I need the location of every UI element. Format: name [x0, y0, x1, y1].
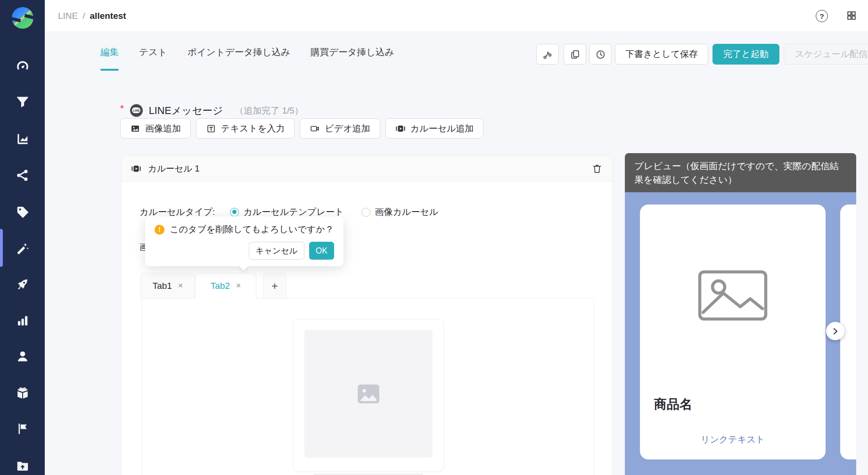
message-add-buttons: 画像追加 テキストを入力 ビデオ追加 カルーセル追加 — [120, 118, 483, 139]
folder-upload-icon — [16, 459, 30, 473]
open-box-icon — [16, 386, 30, 401]
breadcrumb: LINE / allentest — [58, 0, 126, 32]
tab-close-icon[interactable]: × — [178, 281, 183, 291]
copy-icon — [570, 49, 581, 60]
breadcrumb-section[interactable]: LINE — [58, 11, 78, 21]
brand-logo[interactable] — [12, 7, 33, 29]
sidebar-item-campaign-active[interactable] — [12, 238, 33, 259]
carousel-tab-panel — [142, 298, 594, 475]
cancel-button[interactable]: キャンセル — [249, 242, 304, 260]
image-add-icon — [130, 123, 140, 134]
popconfirm-buttons: キャンセル OK — [155, 242, 334, 260]
carousel-card-title-group: カルーセル 1 — [131, 163, 200, 174]
funnel-icon — [16, 95, 30, 109]
add-image-label: 画像追加 — [145, 123, 181, 135]
delete-tab-popconfirm: このタブを削除してもよろしいですか？ キャンセル OK — [145, 216, 344, 266]
radio-selected-icon[interactable] — [230, 208, 239, 217]
carousel-card: カルーセル 1 カルーセルタイプ: カルーセルテンプレート 画像カルーセル 画 … — [121, 156, 613, 475]
add-video-button[interactable]: ビデオ追加 — [300, 118, 380, 139]
message-progress-counter: （追加完了 1/5） — [235, 105, 303, 117]
preview-panel: プレビュー（仮画面だけですので、実際の配信結果を確認してください） 商品名 リン… — [625, 153, 856, 475]
add-carousel-button[interactable]: カルーセル追加 — [385, 118, 484, 139]
share-button[interactable] — [536, 44, 559, 65]
add-carousel-label: カルーセル追加 — [410, 123, 474, 135]
view-tabs: 編集 テスト ポイントデータ挿し込み 購買データ挿し込み — [100, 46, 394, 58]
breadcrumb-separator: / — [82, 11, 85, 21]
ok-button[interactable]: OK — [309, 242, 334, 260]
rocket-icon — [16, 277, 30, 291]
history-button[interactable] — [589, 44, 612, 65]
sidebar-item-dashboard[interactable] — [12, 55, 33, 76]
tab-test[interactable]: テスト — [139, 46, 167, 58]
app-window: LINE / allentest 編集 テスト ポイントデータ挿し込み 購買デー… — [0, 0, 868, 475]
sidebar-item-analytics[interactable] — [12, 129, 33, 149]
carousel-tab-2[interactable]: Tab2 × — [195, 273, 256, 299]
radio-image-carousel-label[interactable]: 画像カルーセル — [375, 206, 438, 218]
preview-image-icon — [697, 270, 768, 321]
carousel-icon — [131, 164, 141, 174]
active-tab-underline — [100, 69, 119, 71]
complete-launch-button[interactable]: 完了と起動 — [712, 44, 779, 65]
carousel-card-title: カルーセル 1 — [148, 163, 200, 174]
tab-close-icon[interactable]: × — [236, 281, 241, 291]
sidebar-item-customers[interactable] — [12, 346, 33, 367]
tab-purchase-data-insert[interactable]: 購買データ挿し込み — [311, 46, 394, 58]
active-nav-indicator — [0, 229, 3, 267]
topbar: LINE / allentest — [45, 0, 868, 32]
carousel-tab-1-label[interactable]: Tab1 — [153, 281, 172, 291]
warning-icon — [155, 225, 164, 235]
user-icon — [16, 349, 30, 363]
add-tab-button[interactable]: + — [263, 273, 287, 299]
line-badge-icon: LINE — [130, 104, 143, 117]
tab-point-data-insert[interactable]: ポイントデータ挿し込み — [188, 46, 290, 58]
add-text-button[interactable]: テキストを入力 — [196, 118, 295, 139]
sidebar-item-reports[interactable] — [12, 310, 33, 331]
schedule-delivery-button[interactable]: スケジュール配信 — [784, 44, 868, 65]
flag-icon — [16, 422, 30, 436]
magic-wand-icon — [16, 241, 30, 255]
help-icon[interactable] — [816, 10, 828, 22]
sidebar-item-packages[interactable] — [12, 383, 33, 404]
preview-next-button[interactable] — [826, 322, 844, 340]
carousel-tab-2-label[interactable]: Tab2 — [211, 281, 230, 291]
delete-carousel-icon[interactable] — [591, 163, 603, 174]
tab-edit[interactable]: 編集 — [100, 46, 119, 58]
carousel-add-icon — [395, 123, 406, 134]
add-text-label: テキストを入力 — [221, 123, 285, 135]
sidebar-item-tags[interactable] — [12, 202, 33, 222]
chevron-right-icon — [832, 328, 839, 335]
history-clock-icon — [595, 49, 606, 60]
dashboard-gauge-icon — [16, 58, 30, 73]
image-placeholder-icon — [358, 385, 379, 403]
tag-icon — [16, 205, 30, 219]
popconfirm-message-row: このタブを削除してもよろしいですか？ — [155, 223, 334, 236]
sidebar-item-launch[interactable] — [12, 274, 33, 295]
sidebar-item-import[interactable] — [12, 455, 33, 475]
sidebar-item-funnel[interactable] — [12, 91, 33, 112]
copy-button[interactable] — [564, 44, 586, 65]
sidebar — [0, 0, 45, 475]
share-nodes-icon — [16, 168, 30, 182]
add-image-button[interactable]: 画像追加 — [120, 118, 191, 139]
preview-link-text: リンクテキスト — [640, 434, 826, 446]
line-message-title: LINEメッセージ — [149, 104, 223, 117]
add-video-label: ビデオ追加 — [325, 123, 370, 135]
breadcrumb-current: allentest — [90, 11, 126, 21]
preview-product-name: 商品名 — [654, 396, 692, 413]
image-placeholder[interactable] — [304, 330, 433, 458]
sidebar-item-flags[interactable] — [12, 418, 33, 439]
radio-unselected-icon[interactable] — [361, 208, 370, 217]
apps-grid-icon[interactable] — [846, 10, 857, 21]
required-mark: * — [120, 103, 124, 114]
carousel-tab-1[interactable]: Tab1 × — [140, 273, 195, 299]
image-upload-card[interactable] — [293, 319, 444, 472]
sidebar-item-connections[interactable] — [12, 165, 33, 186]
line-message-header: * LINE LINEメッセージ （追加完了 1/5） — [120, 104, 303, 117]
preview-product-card: 商品名 リンクテキスト — [640, 205, 826, 459]
share-alt-icon — [542, 49, 553, 60]
carousel-card-header: カルーセル 1 — [122, 156, 612, 181]
preview-header: プレビュー（仮画面だけですので、実際の配信結果を確認してください） — [625, 153, 856, 192]
text-input-icon — [206, 123, 216, 134]
radio-image-carousel[interactable]: 画像カルーセル — [361, 206, 438, 218]
save-draft-button[interactable]: 下書きとして保存 — [615, 44, 708, 65]
